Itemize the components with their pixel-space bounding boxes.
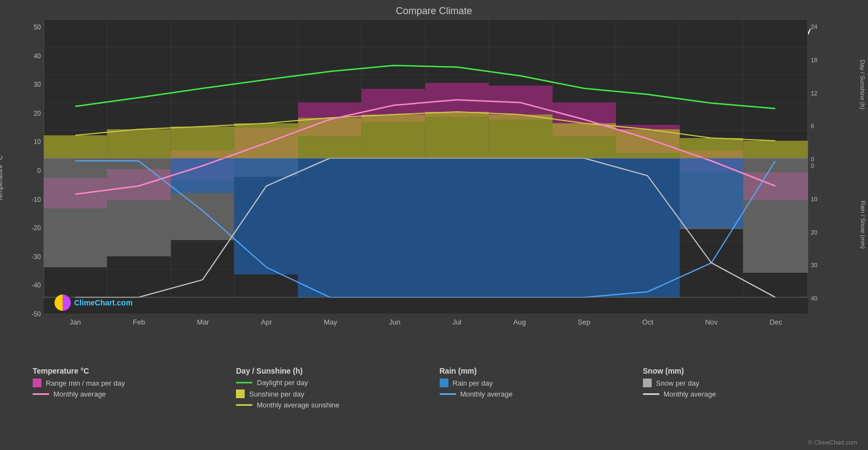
month-mar: Mar (197, 318, 209, 326)
legend-label-monthly-avg-temp: Monthly average (53, 390, 106, 398)
svg-rect-42 (298, 118, 361, 158)
legend-col-temperature: Temperature °C Range min / max per day M… (33, 367, 236, 446)
logo-text-bottom: ClimeChart.com (74, 298, 132, 307)
svg-rect-40 (171, 127, 234, 158)
y-left-n10: -10 (11, 196, 41, 203)
legend-item-monthly-avg-temp: Monthly average (33, 390, 225, 398)
legend-title-rain: Rain (mm) (440, 367, 632, 375)
y-left-30: 30 (11, 81, 41, 88)
svg-rect-63 (616, 158, 679, 297)
y-axis-right: 24 18 12 6 0 0 10 20 30 40 Day / Sunshin… (808, 19, 857, 330)
svg-rect-60 (425, 158, 488, 297)
legend-color-monthly-avg-rain (440, 393, 456, 395)
y-right-18: 18 (811, 57, 857, 63)
legend-color-rain-box (440, 379, 448, 387)
month-sep: Sep (578, 318, 590, 326)
y-left-n50: -50 (11, 310, 41, 318)
month-may: May (324, 318, 337, 326)
legend-item-daylight: Daylight per day (236, 379, 428, 387)
legend-title-sunshine: Day / Sunshine (h) (236, 367, 428, 375)
svg-rect-50 (44, 158, 107, 267)
svg-rect-62 (553, 158, 616, 297)
month-jan: Jan (70, 318, 81, 326)
svg-rect-41 (234, 123, 298, 158)
y-right-6: 6 (811, 123, 857, 129)
legend-color-monthly-avg-snow (643, 393, 659, 395)
month-oct: Oct (642, 318, 653, 326)
y-right-rain-30: 30 (811, 262, 857, 268)
logo-bottom-left: ClimeChart.com (54, 295, 132, 311)
legend-label-monthly-avg-rain: Monthly average (460, 390, 513, 398)
svg-rect-46 (553, 123, 616, 158)
legend-item-sunshine-box: Sunshine per day (236, 389, 428, 398)
y-left-n40: -40 (11, 281, 41, 289)
y-right-12: 12 (811, 90, 857, 97)
legend-label-daylight: Daylight per day (257, 379, 308, 387)
legend-color-sunshine-box (236, 389, 245, 398)
legend-col-snow: Snow (mm) Snow per day Monthly average (643, 367, 846, 446)
chart-svg (44, 19, 808, 314)
legend-area: Temperature °C Range min / max per day M… (0, 360, 868, 450)
y-left-n30: -30 (11, 253, 41, 261)
legend-item-rain-box: Rain per day (440, 379, 632, 387)
svg-rect-58 (298, 158, 361, 297)
main-container: Compare Climate Quebec City Quebec City … (0, 0, 868, 450)
svg-rect-57 (234, 158, 298, 274)
y-left-10: 10 (11, 138, 41, 146)
month-jun: Jun (389, 318, 400, 326)
legend-label-range: Range min / max per day (46, 379, 125, 387)
legend-color-snow-box (643, 379, 652, 387)
legend-color-monthly-avg-sunshine (236, 404, 252, 406)
copyright: © ClimeChart.com (808, 439, 857, 446)
legend-color-daylight (236, 382, 252, 383)
svg-rect-55 (743, 158, 808, 273)
legend-label-monthly-avg-snow: Monthly average (664, 390, 716, 398)
y-axis-left: 50 40 30 20 10 0 -10 -20 -30 -40 -50 Tem… (11, 19, 44, 330)
y-right-rain-0: 0 (811, 163, 857, 169)
legend-item-range: Range min / max per day (33, 379, 225, 387)
svg-rect-43 (361, 115, 425, 158)
legend-color-monthly-avg-temp (33, 393, 49, 395)
chart-area: Quebec City Quebec City ClimeChart.com 5… (11, 19, 857, 360)
y-left-20: 20 (11, 110, 41, 117)
month-nov: Nov (705, 318, 718, 326)
chart-title: Compare Climate (0, 0, 868, 19)
y-right-rain-10: 10 (811, 196, 857, 202)
svg-rect-56 (171, 158, 234, 193)
y-right-rain-40: 40 (811, 295, 857, 302)
legend-label-snow-per-day: Snow per day (656, 379, 700, 387)
legend-col-sunshine: Day / Sunshine (h) Daylight per day Suns… (236, 367, 439, 446)
legend-label-sunshine-box: Sunshine per day (249, 390, 304, 398)
legend-col-rain: Rain (mm) Rain per day Monthly average (440, 367, 643, 446)
svg-rect-59 (361, 158, 425, 297)
chart-main: Jan Feb Mar Apr May Jun Jul Aug Sep Oct … (44, 19, 808, 330)
y-right-rain-20: 20 (811, 229, 857, 236)
month-dec: Dec (769, 318, 782, 326)
y-axis-right-label-bottom: Rain / Snow (mm) (860, 200, 866, 248)
logo-icon-bottom (54, 295, 71, 311)
svg-rect-44 (425, 112, 488, 158)
svg-rect-64 (679, 158, 743, 228)
y-left-0: 0 (11, 167, 41, 175)
svg-rect-38 (44, 135, 107, 158)
y-axis-left-label: Temperature °C (0, 155, 4, 201)
y-right-24: 24 (811, 23, 857, 30)
svg-rect-47 (616, 129, 679, 158)
svg-rect-45 (489, 115, 553, 158)
month-aug: Aug (513, 318, 526, 326)
svg-rect-51 (107, 158, 171, 256)
y-left-50: 50 (11, 23, 41, 31)
y-axis-right-label-top: Day / Sunshine (h) (859, 59, 865, 109)
svg-rect-61 (489, 158, 553, 297)
month-jul: Jul (452, 318, 462, 326)
legend-item-snow-box: Snow per day (643, 379, 835, 387)
y-left-40: 40 (11, 52, 41, 60)
legend-item-monthly-avg-rain: Monthly average (440, 390, 632, 398)
legend-item-monthly-avg-sunshine: Monthly average sunshine (236, 401, 428, 409)
svg-rect-49 (743, 141, 808, 158)
legend-label-monthly-avg-sunshine: Monthly average sunshine (257, 401, 339, 409)
chart-wrapper: 50 40 30 20 10 0 -10 -20 -30 -40 -50 Tem… (11, 19, 857, 330)
legend-title-temperature: Temperature °C (33, 367, 225, 375)
month-apr: Apr (261, 318, 272, 326)
legend-label-rain-box: Rain per day (453, 379, 493, 387)
